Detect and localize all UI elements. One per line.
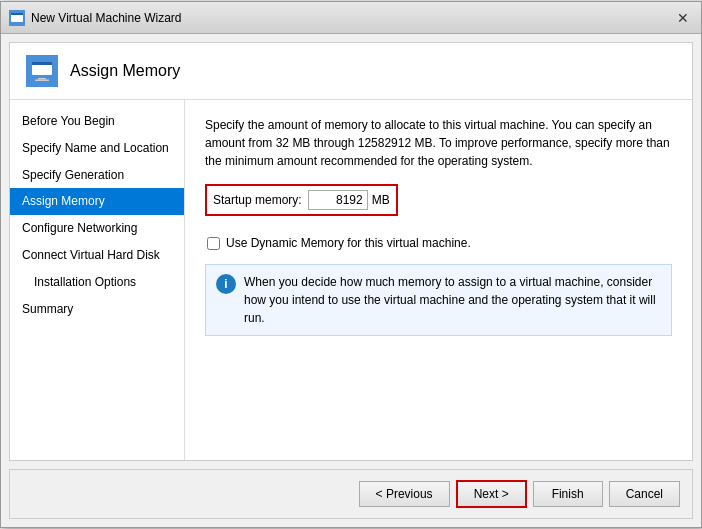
startup-memory-label: Startup memory: [213, 193, 302, 207]
footer: < Previous Next > Finish Cancel [9, 469, 693, 519]
svg-rect-7 [32, 62, 52, 65]
content-area: Assign Memory Before You Begin Specify N… [9, 42, 693, 461]
sidebar: Before You Begin Specify Name and Locati… [10, 100, 185, 460]
svg-rect-3 [14, 23, 20, 24]
sidebar-item-connect-virtual-hard-disk[interactable]: Connect Virtual Hard Disk [10, 242, 184, 269]
sidebar-item-specify-name-location[interactable]: Specify Name and Location [10, 135, 184, 162]
sidebar-item-summary[interactable]: Summary [10, 296, 184, 323]
memory-input-container: Startup memory: MB [205, 184, 672, 226]
close-button[interactable]: ✕ [673, 8, 693, 28]
previous-button[interactable]: < Previous [359, 481, 450, 507]
finish-button[interactable]: Finish [533, 481, 603, 507]
memory-unit-label: MB [372, 193, 390, 207]
startup-memory-input[interactable] [308, 190, 368, 210]
info-icon: i [216, 274, 236, 294]
window-icon [9, 10, 25, 26]
info-text: When you decide how much memory to assig… [244, 273, 661, 327]
memory-input-row: Startup memory: MB [205, 184, 398, 216]
svg-rect-8 [38, 78, 46, 80]
dynamic-memory-label[interactable]: Use Dynamic Memory for this virtual mach… [226, 236, 471, 250]
sidebar-item-assign-memory[interactable]: Assign Memory [10, 188, 184, 215]
description-text: Specify the amount of memory to allocate… [205, 116, 672, 170]
sidebar-item-installation-options[interactable]: Installation Options [10, 269, 184, 296]
header-icon [26, 55, 58, 87]
svg-rect-9 [35, 80, 49, 82]
sidebar-item-specify-generation[interactable]: Specify Generation [10, 162, 184, 189]
dynamic-memory-row: Use Dynamic Memory for this virtual mach… [207, 236, 672, 250]
svg-rect-4 [12, 24, 22, 25]
next-button[interactable]: Next > [456, 480, 527, 508]
dynamic-memory-checkbox[interactable] [207, 237, 220, 250]
sidebar-item-before-you-begin[interactable]: Before You Begin [10, 108, 184, 135]
page-header: Assign Memory [10, 43, 692, 100]
window-title: New Virtual Machine Wizard [31, 11, 673, 25]
panel: Specify the amount of memory to allocate… [185, 100, 692, 460]
cancel-button[interactable]: Cancel [609, 481, 680, 507]
title-bar: New Virtual Machine Wizard ✕ [1, 2, 701, 34]
info-box: i When you decide how much memory to ass… [205, 264, 672, 336]
main-section: Before You Begin Specify Name and Locati… [10, 100, 692, 460]
sidebar-item-configure-networking[interactable]: Configure Networking [10, 215, 184, 242]
svg-rect-2 [11, 13, 23, 15]
wizard-window: New Virtual Machine Wizard ✕ Assign Memo… [0, 1, 702, 528]
page-title: Assign Memory [70, 62, 180, 80]
